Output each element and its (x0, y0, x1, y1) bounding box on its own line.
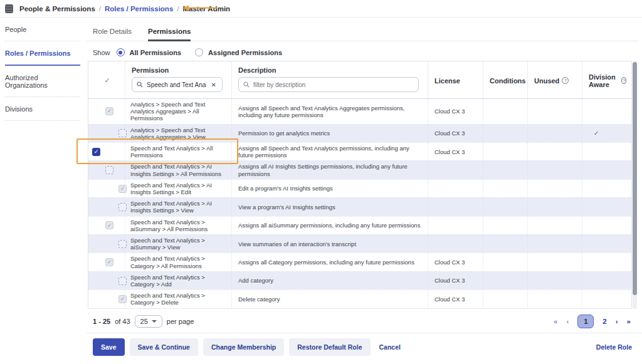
page-button-2[interactable]: 2 (603, 318, 606, 325)
header-select-column: ✓ (88, 61, 125, 98)
table-header: ✓ Permission ✕ Description License (88, 61, 631, 99)
permission-cell: Speech and Text Analytics > AI Insights … (125, 180, 231, 197)
license-cell: Cloud CX 3 (428, 125, 483, 142)
header-description: Description (231, 61, 428, 98)
delete-role-button[interactable]: Delete Role (596, 343, 632, 351)
permission-cell: Speech and Text Analytics > All Permissi… (125, 143, 231, 160)
table-row: Speech and Text Analytics > aiSummary > … (88, 234, 631, 252)
table-row: Speech and Text Analytics > Category > D… (88, 289, 631, 308)
table-scrollbar-thumb[interactable] (633, 62, 637, 295)
table-body: Analytics > Speech and Text Analytics Ag… (88, 99, 631, 309)
conditions-cell (483, 125, 527, 142)
restore-default-role-button[interactable]: Restore Default Role (289, 338, 370, 356)
radio-all-permissions[interactable] (117, 48, 125, 56)
next-page-button[interactable]: › (616, 318, 618, 325)
row-checkbox[interactable] (118, 203, 127, 211)
description-column-label: Description (238, 66, 423, 74)
sidebar-item-divisions[interactable]: Divisions (5, 97, 80, 121)
breadcrumb-current-role: Master Admin (183, 5, 231, 13)
unused-cell (527, 99, 582, 124)
description-cell: Assigns all Speech and Text Analytics Ag… (231, 99, 428, 124)
row-checkbox[interactable] (105, 221, 113, 229)
unused-cell (527, 217, 582, 234)
row-select-cell (88, 235, 125, 252)
description-cell: Add category (231, 272, 428, 289)
header-license: License (428, 61, 483, 98)
conditions-cell (483, 161, 527, 179)
row-checkbox[interactable] (118, 240, 127, 248)
description-cell: Assigns all Speech and Text Analytics pe… (231, 143, 428, 160)
division-aware-column-label: Division Aware (589, 73, 619, 88)
license-cell: Cloud CX 3 (428, 290, 483, 308)
license-cell: Cloud CX 3 (428, 99, 483, 124)
row-checkbox[interactable] (118, 277, 127, 285)
row-checkbox[interactable] (105, 107, 113, 115)
breadcrumb-separator: / (99, 5, 101, 13)
sidebar-item-roles-permissions[interactable]: Roles / Permissions (5, 41, 80, 66)
prev-page-button[interactable]: ‹ (567, 318, 569, 325)
app-menu-icon[interactable] (5, 4, 13, 13)
permission-filter-input[interactable] (147, 81, 206, 88)
division-aware-cell (582, 290, 631, 308)
row-checkbox[interactable] (105, 258, 113, 266)
sidebar-item-people[interactable]: People (5, 18, 80, 41)
unused-cell (527, 253, 582, 271)
search-icon (137, 81, 143, 88)
radio-assigned-permissions-label[interactable]: Assigned Permissions (208, 49, 282, 56)
tab-permissions[interactable]: Permissions (148, 28, 191, 41)
description-filter-input[interactable] (253, 81, 414, 88)
license-cell (428, 198, 483, 216)
unused-cell (527, 272, 582, 289)
help-icon[interactable]: ? (621, 77, 626, 84)
tab-role-details[interactable]: Role Details (93, 28, 132, 41)
division-aware-cell (582, 198, 631, 216)
division-aware-cell (582, 161, 631, 179)
search-icon (243, 81, 250, 88)
license-cell: Cloud CX 3 (428, 143, 483, 160)
breadcrumb-roles-permissions[interactable]: Roles / Permissions (105, 5, 173, 13)
show-filter-row: Show All Permissions Assigned Permission… (93, 48, 291, 56)
change-membership-button[interactable]: Change Membership (203, 338, 284, 356)
description-cell: Assigns all aiSummary permissions, inclu… (231, 217, 428, 234)
row-checkbox[interactable] (118, 129, 127, 137)
save-and-continue-button[interactable]: Save & Continue (130, 338, 198, 356)
radio-assigned-permissions[interactable] (195, 48, 203, 56)
table-row: Speech and Text Analytics > All Permissi… (88, 142, 631, 160)
main-content: Role Details Permissions Show All Permis… (87, 18, 642, 364)
row-checkbox[interactable] (118, 295, 127, 303)
description-cell: Edit a program's AI Insights settings (231, 180, 428, 197)
table-row: Speech and Text Analytics > Category > A… (88, 252, 631, 271)
select-all-check-icon[interactable]: ✓ (104, 76, 110, 85)
breadcrumb-people-permissions[interactable]: People & Permissions (19, 5, 95, 13)
page-size-select[interactable]: 25 (135, 315, 162, 328)
radio-all-permissions-label[interactable]: All Permissions (130, 49, 182, 56)
header-conditions: Conditions (483, 61, 527, 98)
clear-filter-icon[interactable]: ✕ (210, 81, 218, 88)
header-unused: Unused? (527, 61, 582, 98)
row-select-cell (88, 143, 125, 160)
table-row: Analytics > Speech and Text Analytics Ag… (88, 124, 631, 142)
license-column-label: License (434, 77, 460, 85)
sidebar-item-authorized-organizations[interactable]: Authorized Organizations (5, 66, 80, 97)
permission-cell: Speech and Text Analytics > Category > A… (125, 272, 231, 289)
permission-column-label: Permission (132, 66, 226, 74)
help-icon[interactable]: ? (562, 77, 569, 84)
permission-cell: Analytics > Speech and Text Analytics Ag… (125, 99, 231, 124)
unused-cell (527, 125, 582, 142)
page-button-1[interactable]: 1 (577, 315, 594, 328)
cancel-button[interactable]: Cancel (376, 338, 404, 356)
license-cell (428, 235, 483, 252)
save-button[interactable]: Save (93, 338, 125, 356)
table-row: Speech and Text Analytics > AI Insights … (88, 179, 631, 197)
row-checkbox[interactable] (92, 148, 100, 156)
division-aware-cell (582, 217, 631, 234)
top-bar: People & Permissions / Roles / Permissio… (0, 0, 642, 18)
first-page-button[interactable]: « (554, 318, 557, 325)
conditions-cell (483, 198, 527, 216)
row-select-cell (88, 272, 125, 289)
last-page-button[interactable]: » (627, 318, 631, 325)
row-checkbox[interactable] (105, 166, 113, 174)
row-checkbox[interactable] (118, 185, 127, 193)
permission-cell: Speech and Text Analytics > aiSummary > … (125, 235, 231, 252)
sidebar: People Roles / Permissions Authorized Or… (0, 18, 87, 364)
